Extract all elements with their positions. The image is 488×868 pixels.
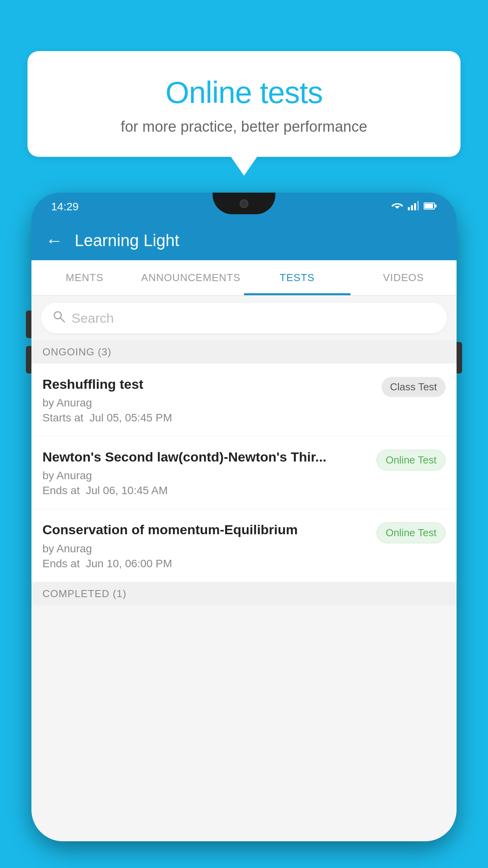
- status-time: 14:29: [51, 200, 79, 213]
- ongoing-section-header: ONGOING (3): [31, 340, 457, 364]
- phone-device: 14:29: [31, 193, 457, 841]
- test-author-1: by Anurag: [42, 397, 375, 409]
- tab-tests[interactable]: TESTS: [244, 260, 350, 295]
- search-bar-wrap: Search: [31, 296, 457, 340]
- test-item-2[interactable]: Newton's Second law(contd)-Newton's Thir…: [31, 436, 457, 509]
- speech-bubble: Online tests for more practice, better p…: [28, 51, 460, 157]
- test-name-3: Conservation of momentum-Equilibrium: [42, 521, 370, 538]
- wifi-icon: [391, 201, 403, 213]
- test-info-2: Newton's Second law(contd)-Newton's Thir…: [42, 448, 370, 497]
- test-time-2: Ends at Jul 06, 10:45 AM: [42, 484, 370, 497]
- test-badge-2: Online Test: [376, 450, 446, 471]
- phone-wrapper: 14:29: [31, 193, 457, 868]
- ongoing-label: ONGOING (3): [42, 346, 112, 358]
- search-bar[interactable]: Search: [41, 303, 447, 333]
- svg-rect-7: [435, 204, 437, 208]
- test-author-2: by Anurag: [42, 469, 370, 482]
- phone-notch: [213, 193, 275, 214]
- completed-label: COMPLETED (1): [42, 588, 127, 600]
- test-author-3: by Anurag: [42, 542, 370, 555]
- test-badge-3: Online Test: [376, 522, 446, 543]
- bubble-subtitle: for more practice, better performance: [47, 118, 441, 135]
- svg-line-9: [61, 318, 64, 322]
- search-icon: [53, 310, 65, 326]
- test-info-3: Conservation of momentum-Equilibrium by …: [42, 521, 370, 570]
- camera-dot: [240, 199, 248, 208]
- back-button[interactable]: ←: [46, 231, 63, 250]
- svg-rect-4: [417, 201, 419, 210]
- test-name-2: Newton's Second law(contd)-Newton's Thir…: [42, 448, 370, 465]
- status-icons: [391, 201, 437, 213]
- tab-ments[interactable]: MENTS: [31, 260, 138, 295]
- volume-down-button: [26, 346, 31, 373]
- search-placeholder: Search: [72, 311, 114, 326]
- test-time-1: Starts at Jul 05, 05:45 PM: [42, 412, 375, 424]
- status-bar: 14:29: [31, 193, 457, 221]
- svg-rect-1: [408, 207, 410, 210]
- svg-rect-2: [411, 205, 413, 210]
- battery-icon: [424, 201, 437, 213]
- signal-icon: [408, 201, 419, 213]
- test-name-1: Reshuffling test: [42, 375, 375, 393]
- tab-videos[interactable]: VIDEOS: [350, 260, 457, 295]
- test-info-1: Reshuffling test by Anurag Starts at Jul…: [42, 375, 375, 424]
- bubble-title: Online tests: [47, 75, 441, 110]
- tab-announcements[interactable]: ANNOUNCEMENTS: [138, 260, 244, 295]
- power-button: [457, 342, 462, 373]
- test-item-1[interactable]: Reshuffling test by Anurag Starts at Jul…: [31, 364, 457, 436]
- app-title: Learning Light: [75, 231, 179, 250]
- svg-marker-0: [394, 206, 400, 209]
- phone-screen: Search ONGOING (3) Reshuffling test by A…: [31, 296, 457, 841]
- test-time-3: Ends at Jun 10, 06:00 PM: [42, 557, 370, 570]
- test-item-3[interactable]: Conservation of momentum-Equilibrium by …: [31, 509, 457, 582]
- app-header: ← Learning Light: [31, 221, 457, 260]
- tabs-bar: MENTS ANNOUNCEMENTS TESTS VIDEOS: [31, 260, 457, 296]
- svg-rect-6: [424, 204, 433, 208]
- volume-up-button: [26, 311, 31, 338]
- completed-section-header: COMPLETED (1): [31, 582, 457, 605]
- svg-rect-3: [414, 203, 416, 210]
- test-badge-1: Class Test: [382, 377, 446, 397]
